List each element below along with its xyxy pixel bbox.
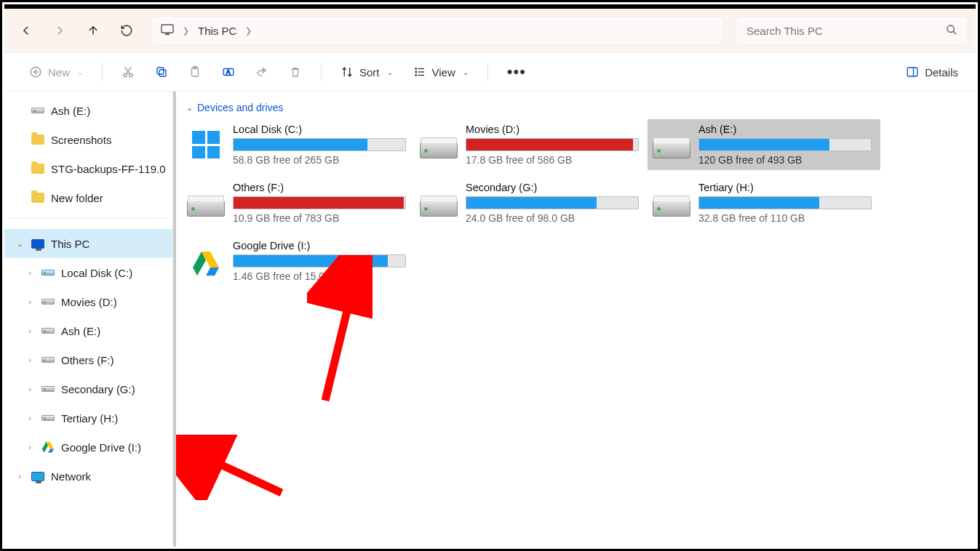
- drive-name: Others (F:): [233, 182, 409, 193]
- svg-rect-1: [165, 33, 170, 35]
- svg-point-2: [947, 25, 954, 32]
- sidebar-item-this-pc[interactable]: ⌄ This PC: [4, 229, 172, 258]
- hdd-icon: [41, 386, 55, 392]
- dots-icon: •••: [507, 69, 526, 75]
- drive-free-text: 32.8 GB free of 110 GB: [698, 212, 875, 224]
- network-icon: [31, 472, 45, 481]
- drive-item[interactable]: Ash (E:) 120 GB free of 493 GB: [648, 119, 880, 170]
- paste-button[interactable]: [181, 61, 209, 83]
- delete-button[interactable]: [282, 61, 309, 83]
- chevron-down-icon: ⌄: [77, 68, 83, 76]
- svg-line-17: [180, 446, 282, 493]
- drive-item[interactable]: Others (F:) 10.9 GB free of 783 GB: [182, 177, 415, 228]
- folder-icon: [31, 193, 45, 203]
- sidebar-item-label: Movies (D:): [61, 296, 117, 308]
- chevron-right-icon[interactable]: ›: [25, 326, 35, 335]
- forward-button[interactable]: [45, 16, 74, 45]
- drive-icon: [652, 185, 691, 217]
- refresh-button[interactable]: [112, 16, 141, 45]
- navigation-pane[interactable]: Ash (E:)ScreenshotsSTG-backups-FF-119.0N…: [4, 92, 173, 547]
- sidebar-item-label: Ash (E:): [61, 325, 100, 337]
- svg-point-14: [415, 75, 417, 76]
- annotation-arrow: [307, 255, 373, 408]
- drive-icon: [419, 126, 458, 158]
- sidebar-item[interactable]: ›Secondary (G:): [4, 374, 172, 403]
- new-label: New: [48, 66, 70, 79]
- new-button[interactable]: New ⌄: [22, 61, 90, 83]
- chevron-down-icon[interactable]: ⌄: [15, 239, 25, 249]
- gdrive-icon: [41, 441, 55, 454]
- svg-point-5: [130, 73, 133, 77]
- svg-rect-6: [159, 70, 166, 76]
- group-header[interactable]: ⌄ Devices and drives: [186, 102, 964, 113]
- cut-button[interactable]: [114, 61, 142, 83]
- drive-icon: [186, 185, 226, 217]
- sidebar-item[interactable]: ›Movies (D:): [4, 287, 172, 316]
- view-button[interactable]: View ⌄: [406, 61, 476, 83]
- sidebar-item-label: Network: [51, 470, 91, 483]
- chevron-right-icon[interactable]: ›: [25, 385, 35, 393]
- drive-name: Secondary (G:): [466, 182, 642, 193]
- details-label: Details: [925, 66, 958, 79]
- hdd-icon: [41, 299, 55, 305]
- drive-item[interactable]: Google Drive (I:) 1.46 GB free of 15.0 G…: [182, 236, 415, 286]
- drive-item[interactable]: Tertiary (H:) 32.8 GB free of 110 GB: [648, 177, 880, 228]
- breadcrumb[interactable]: ❯ This PC ❯: [151, 16, 724, 45]
- copy-button[interactable]: [148, 61, 175, 83]
- chevron-right-icon[interactable]: ›: [25, 443, 35, 451]
- sidebar-item[interactable]: ›Ash (E:): [4, 316, 172, 345]
- drive-icon: [652, 126, 691, 158]
- sidebar-item-network[interactable]: › Network: [4, 462, 172, 491]
- svg-point-13: [415, 71, 417, 73]
- svg-text:A: A: [226, 69, 231, 76]
- sidebar-item-label: Ash (E:): [51, 105, 90, 117]
- sidebar-item[interactable]: Ash (E:): [4, 96, 172, 125]
- rename-button[interactable]: A: [215, 61, 242, 83]
- sort-button[interactable]: Sort ⌄: [333, 61, 400, 83]
- sidebar-item-label: This PC: [51, 238, 89, 250]
- sidebar-item[interactable]: ›Others (F:): [4, 345, 172, 374]
- search-box[interactable]: [736, 16, 968, 45]
- svg-point-12: [415, 68, 417, 70]
- chevron-right-icon: ❯: [245, 26, 252, 36]
- sort-label: Sort: [359, 66, 380, 79]
- chevron-right-icon[interactable]: ›: [15, 472, 25, 480]
- capacity-bar: [233, 138, 406, 151]
- chevron-right-icon: ❯: [183, 26, 189, 36]
- sidebar-item[interactable]: ›Local Disk (C:): [4, 258, 172, 287]
- search-input[interactable]: [746, 25, 957, 37]
- sidebar-item[interactable]: ›Tertiary (H:): [4, 403, 172, 433]
- sidebar-item-label: Screenshots: [51, 134, 111, 146]
- chevron-right-icon[interactable]: ›: [25, 414, 35, 422]
- chevron-right-icon[interactable]: ›: [25, 297, 35, 306]
- sidebar-item[interactable]: New folder: [4, 183, 172, 212]
- drive-item[interactable]: Movies (D:) 17.8 GB free of 586 GB: [415, 119, 648, 170]
- sidebar-item[interactable]: ›Google Drive (I:): [4, 433, 172, 462]
- drive-name: Movies (D:): [466, 124, 642, 135]
- back-button[interactable]: [12, 16, 41, 45]
- details-pane-button[interactable]: Details: [899, 61, 965, 83]
- sidebar-item-label: STG-backups-FF-119.0: [51, 163, 166, 175]
- overflow-button[interactable]: •••: [500, 65, 533, 79]
- group-header-label: Devices and drives: [197, 102, 283, 113]
- share-button[interactable]: [248, 61, 276, 83]
- capacity-bar: [233, 196, 406, 209]
- drive-name: Tertiary (H:): [698, 182, 875, 193]
- drive-item[interactable]: Local Disk (C:) 58.8 GB free of 265 GB: [182, 119, 415, 170]
- chevron-right-icon[interactable]: ›: [25, 268, 35, 277]
- drive-free-text: 120 GB free of 493 GB: [698, 154, 875, 166]
- sidebar-item[interactable]: Screenshots: [4, 125, 172, 154]
- drive-name: Ash (E:): [698, 124, 875, 135]
- view-label: View: [432, 66, 455, 79]
- drive-icon: [186, 243, 226, 275]
- svg-line-16: [325, 266, 358, 401]
- capacity-bar: [466, 138, 639, 151]
- content-area[interactable]: ⌄ Devices and drives Local Disk (C:) 58.…: [176, 92, 976, 547]
- drive-free-text: 10.9 GB free of 783 GB: [233, 212, 409, 224]
- drive-item[interactable]: Secondary (G:) 24.0 GB free of 98.0 GB: [415, 177, 648, 228]
- up-button[interactable]: [79, 16, 108, 45]
- svg-rect-15: [907, 68, 917, 76]
- sidebar-item[interactable]: STG-backups-FF-119.0: [4, 154, 172, 183]
- chevron-right-icon[interactable]: ›: [25, 355, 35, 364]
- monitor-icon: [31, 239, 45, 249]
